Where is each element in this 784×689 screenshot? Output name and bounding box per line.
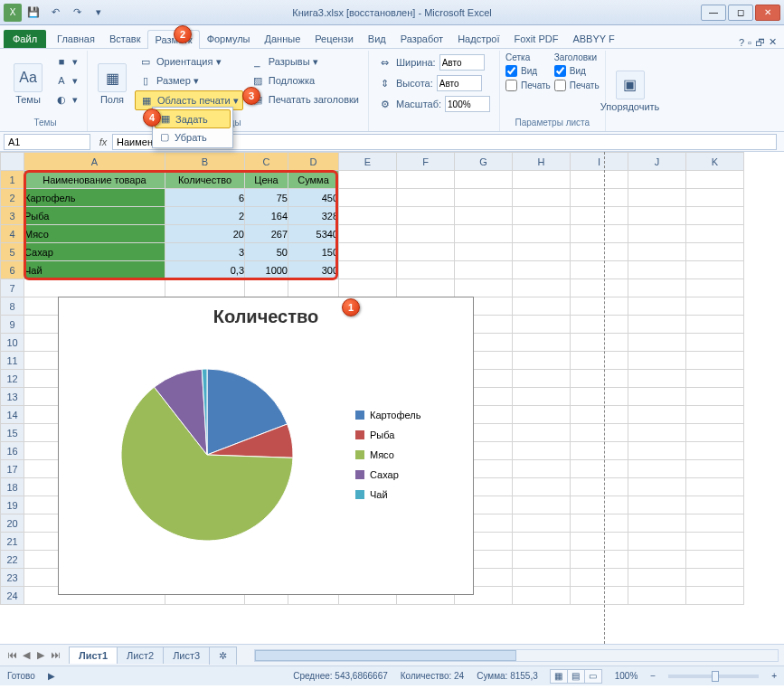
cell[interactable]	[165, 279, 245, 297]
cell[interactable]	[397, 279, 455, 297]
cell[interactable]	[686, 261, 744, 279]
view-buttons[interactable]: ▦▤▭	[551, 669, 602, 684]
cell[interactable]	[686, 460, 744, 478]
cell[interactable]	[571, 424, 628, 442]
name-box[interactable]	[4, 134, 90, 150]
cell[interactable]	[513, 261, 571, 279]
minimize-ribbon-icon[interactable]: ▫	[748, 37, 751, 48]
row-header-7[interactable]: 7	[1, 279, 24, 297]
cell[interactable]	[686, 569, 744, 587]
cell[interactable]	[686, 551, 744, 569]
cell[interactable]	[686, 406, 744, 424]
cell[interactable]: 20	[165, 225, 245, 243]
cell[interactable]	[628, 514, 686, 533]
cell[interactable]	[245, 279, 288, 297]
cell[interactable]: Цена	[245, 171, 288, 189]
column-header-G[interactable]: G	[455, 153, 513, 171]
cell[interactable]	[628, 207, 686, 225]
height-input[interactable]	[437, 75, 482, 91]
cell[interactable]	[628, 352, 686, 370]
file-tab[interactable]: Файл	[4, 30, 46, 48]
column-header-B[interactable]: B	[165, 153, 245, 171]
row-header-12[interactable]: 12	[1, 370, 24, 388]
row-header-11[interactable]: 11	[1, 352, 24, 370]
cell[interactable]	[571, 460, 628, 478]
cell[interactable]	[686, 171, 744, 189]
cell[interactable]	[686, 352, 744, 370]
row-header-3[interactable]: 3	[1, 207, 24, 225]
cell[interactable]	[628, 587, 686, 605]
gridlines-view[interactable]: Вид	[505, 65, 551, 77]
cell[interactable]	[513, 370, 571, 388]
cell[interactable]: Чай	[24, 261, 165, 279]
cell[interactable]	[571, 261, 628, 279]
horizontal-scrollbar[interactable]	[254, 649, 779, 662]
cell[interactable]: 450	[288, 189, 339, 207]
cell[interactable]	[571, 569, 628, 587]
cell[interactable]	[686, 225, 744, 243]
cell[interactable]	[513, 551, 571, 569]
tab-insert[interactable]: Вставк	[102, 29, 148, 48]
column-header-C[interactable]: C	[245, 153, 288, 171]
tab-review[interactable]: Рецензи	[307, 29, 361, 48]
cell[interactable]: 164	[245, 207, 288, 225]
cell[interactable]: 2	[165, 207, 245, 225]
breaks-button[interactable]: ⎯Разрывы ▾	[247, 52, 363, 71]
redo-button[interactable]: ↷	[67, 3, 87, 23]
cell[interactable]	[571, 334, 628, 352]
cell[interactable]	[513, 334, 571, 352]
cell[interactable]	[455, 171, 513, 189]
cell[interactable]: Наименование товара	[24, 171, 165, 189]
width-input[interactable]	[439, 54, 485, 71]
cell[interactable]	[628, 171, 686, 189]
cell[interactable]: 5340	[288, 225, 339, 243]
cell[interactable]	[513, 207, 571, 225]
cell[interactable]	[686, 207, 744, 225]
cell[interactable]	[571, 514, 628, 533]
row-header-15[interactable]: 15	[1, 424, 24, 442]
cell[interactable]	[571, 352, 628, 370]
cell[interactable]	[339, 279, 397, 297]
column-header-F[interactable]: F	[397, 153, 455, 171]
cell[interactable]	[686, 442, 744, 460]
cell[interactable]	[339, 189, 397, 207]
cell[interactable]: 267	[245, 225, 288, 243]
column-header-J[interactable]: J	[628, 153, 686, 171]
cell[interactable]	[686, 388, 744, 406]
gridlines-print[interactable]: Печать	[505, 80, 551, 91]
minimize-button[interactable]: —	[701, 5, 726, 21]
row-header-2[interactable]: 2	[1, 189, 24, 207]
worksheet-grid[interactable]: ABCDEFGHIJK1Наименование товараКоличеств…	[0, 152, 784, 644]
cell[interactable]	[513, 171, 571, 189]
cell[interactable]	[339, 243, 397, 261]
cell[interactable]	[397, 261, 455, 279]
print-titles-button[interactable]: ▤Печатать заголовки	[247, 90, 363, 109]
menu-clear-print-area[interactable]: ▢Убрать	[155, 128, 231, 146]
row-header-18[interactable]: 18	[1, 478, 24, 496]
cell[interactable]	[628, 316, 686, 334]
cell[interactable]	[686, 316, 744, 334]
macro-record-icon[interactable]: ▶	[48, 671, 55, 681]
undo-button[interactable]: ↶	[45, 3, 65, 23]
cell[interactable]	[571, 478, 628, 496]
cell[interactable]	[571, 316, 628, 334]
cell[interactable]: 75	[245, 189, 288, 207]
cell[interactable]	[571, 189, 628, 207]
row-header-19[interactable]: 19	[1, 496, 24, 514]
themes-button[interactable]: Aa Темы	[9, 52, 47, 116]
cell[interactable]	[628, 225, 686, 243]
row-header-5[interactable]: 5	[1, 243, 24, 261]
column-header-D[interactable]: D	[288, 153, 339, 171]
cell[interactable]: 0,3	[165, 261, 245, 279]
headings-view[interactable]: Вид	[554, 65, 600, 77]
cell[interactable]: 328	[288, 207, 339, 225]
row-header-10[interactable]: 10	[1, 334, 24, 352]
cell[interactable]	[628, 189, 686, 207]
cell[interactable]	[24, 279, 165, 297]
cell[interactable]	[571, 551, 628, 569]
cell[interactable]: Картофель	[24, 189, 165, 207]
help-icon[interactable]: ?	[739, 37, 744, 48]
cell[interactable]: 6	[165, 189, 245, 207]
theme-fonts[interactable]: A▾	[51, 71, 81, 90]
cell[interactable]: Мясо	[24, 225, 165, 243]
